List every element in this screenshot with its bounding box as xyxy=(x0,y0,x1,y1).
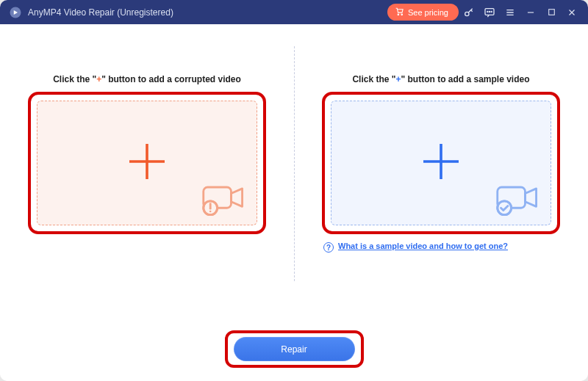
see-pricing-label: See pricing xyxy=(408,8,448,17)
svg-point-7 xyxy=(491,11,492,12)
app-window: AnyMP4 Video Repair (Unregistered) See p… xyxy=(0,0,588,381)
question-icon: ? xyxy=(323,242,334,253)
repair-button[interactable]: Repair xyxy=(234,337,355,361)
sample-video-panel: Click the "+" button to add a sample vid… xyxy=(294,39,588,281)
content-area: Click the "+" button to add a corrupted … xyxy=(0,24,588,381)
app-title: AnyMP4 Video Repair (Unregistered) xyxy=(28,7,173,18)
text: " button to add a sample video xyxy=(401,74,530,84)
highlight-box-repair: Repair xyxy=(225,330,364,368)
cart-icon xyxy=(395,7,404,18)
minimize-button[interactable] xyxy=(520,0,541,24)
titlebar: AnyMP4 Video Repair (Unregistered) See p… xyxy=(0,0,588,24)
svg-rect-8 xyxy=(548,10,554,15)
svg-point-2 xyxy=(401,14,403,15)
corrupted-video-panel: Click the "+" button to add a corrupted … xyxy=(0,39,294,281)
highlight-box-left xyxy=(28,92,266,234)
text: Click the " xyxy=(53,74,96,84)
svg-point-1 xyxy=(398,14,399,15)
vertical-divider xyxy=(294,46,295,281)
see-pricing-button[interactable]: See pricing xyxy=(387,4,459,21)
svg-point-3 xyxy=(465,12,469,15)
plus-icon xyxy=(121,135,173,191)
corrupted-instruction: Click the "+" button to add a corrupted … xyxy=(53,74,241,84)
highlight-box-right xyxy=(322,92,560,234)
panels: Click the "+" button to add a corrupted … xyxy=(0,39,588,281)
add-corrupted-video-dropzone[interactable] xyxy=(37,101,257,225)
menu-icon[interactable] xyxy=(500,0,520,24)
text: " button to add a corrupted video xyxy=(101,74,241,84)
sample-help: ? What is a sample video and how to get … xyxy=(323,242,559,253)
text: Click the " xyxy=(352,74,395,84)
repair-button-label: Repair xyxy=(281,344,306,355)
svg-point-6 xyxy=(489,11,490,12)
corrupted-camera-icon xyxy=(201,181,249,220)
add-sample-video-dropzone[interactable] xyxy=(331,101,551,225)
close-button[interactable] xyxy=(562,0,582,24)
footer: Repair xyxy=(0,330,588,368)
sample-camera-icon xyxy=(495,181,543,220)
app-logo-icon xyxy=(9,6,22,19)
svg-point-12 xyxy=(209,211,212,213)
svg-point-5 xyxy=(487,11,488,12)
sample-instruction: Click the "+" button to add a sample vid… xyxy=(352,74,529,84)
plus-icon xyxy=(415,135,467,191)
key-icon[interactable] xyxy=(459,0,479,24)
plus-blue-icon: + xyxy=(395,74,401,84)
feedback-icon[interactable] xyxy=(479,0,500,24)
maximize-button[interactable] xyxy=(541,0,562,24)
sample-help-link[interactable]: What is a sample video and how to get on… xyxy=(338,242,508,250)
